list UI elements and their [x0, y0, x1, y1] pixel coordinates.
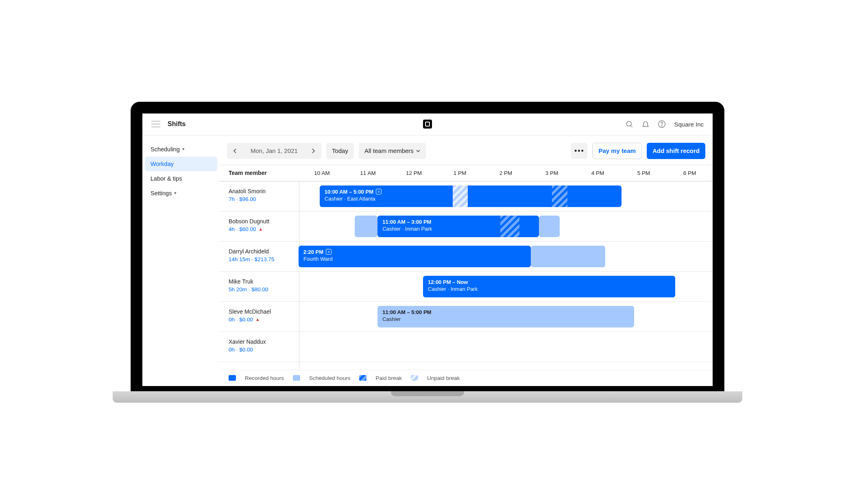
shift-time: 12:00 PM – Now	[428, 279, 468, 285]
app-title: Shifts	[168, 120, 185, 128]
team-member-cell[interactable]: Xavier Naddux0h · $0.00	[220, 332, 299, 362]
paid-break-segment	[500, 216, 520, 237]
team-member-cell[interactable]: Darryl Archideld14h 15m · $213.75	[220, 242, 299, 271]
sidebar-item-label: Scheduling	[150, 146, 180, 153]
shift-time: 10:00 AM – 5:00 PM	[325, 189, 373, 195]
member-summary: 5h 20m · $80.00	[229, 286, 297, 292]
shift-time: 2:20 PM	[303, 249, 323, 255]
legend-unpaid: Unpaid break	[427, 375, 460, 381]
hour-label: 12 PM	[391, 170, 437, 176]
more-menu-button[interactable]: •••	[571, 143, 587, 159]
unpaid-break-segment	[453, 185, 468, 207]
member-name: Xavier Naddux	[229, 338, 297, 345]
date-label[interactable]: Mon, Jan 1, 2021	[243, 143, 305, 159]
pay-team-button[interactable]: Pay my team	[592, 143, 642, 159]
shift-block[interactable]: 11:00 AM – 5:00 PMCashier	[377, 306, 634, 327]
sidebar-item-settings[interactable]: Settings▾	[142, 186, 220, 201]
hour-label: 1 PM	[437, 170, 483, 176]
app-header: Shifts Square Inc	[142, 113, 713, 135]
member-name: Mike Truk	[229, 278, 297, 285]
schedule-row: Anatoli Smorin7h · $96.0010:00 AM – 5:00…	[220, 181, 713, 212]
timeline-lane: 2:20 PM≡Fourth Ward	[299, 242, 713, 271]
team-member-cell[interactable]: Mike Truk5h 20m · $80.00	[220, 272, 299, 301]
schedule-row: Mike Truk5h 20m · $80.0012:00 PM – NowCa…	[220, 272, 713, 302]
svg-point-0	[627, 121, 632, 126]
prev-day-button[interactable]	[227, 143, 243, 159]
help-icon[interactable]	[658, 120, 666, 128]
schedule-row: Bobson Dugnutt4h · $60.00▲11:00 AM – 3:0…	[220, 212, 713, 242]
chevron-down-icon: ▾	[182, 146, 185, 152]
legend-paid: Paid break	[375, 375, 402, 381]
timeline-lane: 11:00 AM – 3:00 PMCashier · Inman Park	[299, 212, 713, 241]
note-icon: ≡	[326, 249, 332, 255]
hour-label: 10 AM	[299, 170, 345, 176]
legend-recorded: Recorded hours	[245, 375, 284, 381]
legend-swatch-unpaid	[411, 375, 418, 381]
hour-label: 5 PM	[621, 170, 667, 176]
chevron-down-icon	[416, 149, 420, 153]
content-area: Mon, Jan 1, 2021 Today All team members …	[220, 135, 713, 386]
menu-icon[interactable]	[151, 120, 160, 129]
org-name[interactable]: Square Inc	[674, 121, 704, 128]
legend-swatch-scheduled	[293, 375, 300, 381]
shift-block[interactable]: 11:00 AM – 3:00 PMCashier · Inman Park	[377, 216, 539, 237]
svg-point-3	[662, 126, 662, 126]
toolbar: Mon, Jan 1, 2021 Today All team members …	[220, 135, 713, 165]
square-logo-icon	[423, 120, 432, 129]
svg-line-1	[631, 126, 633, 127]
schedule-row: Darryl Archideld14h 15m · $213.752:20 PM…	[220, 242, 713, 272]
team-filter-dropdown[interactable]: All team members	[359, 143, 426, 159]
sidebar-item-label: Settings	[150, 190, 172, 196]
today-button[interactable]: Today	[326, 143, 354, 159]
schedule-grid: Team member 10 AM11 AM12 PM1 PM2 PM3 PM4…	[220, 165, 713, 386]
legend-swatch-recorded	[229, 375, 236, 381]
legend: Recorded hours Scheduled hours Paid brea…	[220, 370, 713, 386]
shift-block[interactable]: 10:00 AM – 5:00 PM≡Cashier · East Atlant…	[320, 185, 622, 207]
shift-subtitle: Cashier · Inman Park	[428, 286, 670, 292]
chevron-down-icon: ▾	[174, 190, 177, 196]
shift-block[interactable]	[531, 246, 605, 267]
hour-label: 6 PM	[667, 170, 713, 176]
sidebar-item-scheduling[interactable]: Scheduling▾	[142, 142, 220, 157]
member-summary: 7h · $96.00	[229, 196, 297, 202]
sidebar: Scheduling▾WorkdayLabor & tipsSettings▾	[142, 135, 220, 386]
shift-time: 11:00 AM – 5:00 PM	[382, 309, 431, 315]
hour-label: 3 PM	[529, 170, 575, 176]
team-member-cell[interactable]: Anatoli Smorin7h · $96.00	[220, 181, 299, 211]
member-summary: 4h · $60.00▲	[229, 226, 297, 232]
note-icon: ≡	[376, 189, 382, 194]
column-header-name: Team member	[220, 170, 299, 176]
timeline-lane	[299, 332, 713, 362]
search-icon[interactable]	[625, 120, 633, 128]
team-member-cell[interactable]: Sleve McDichael0h · $0.00▲	[220, 302, 299, 332]
timeline-lane: 12:00 PM – NowCashier · Inman Park	[299, 272, 713, 301]
sidebar-item-label: Workday	[150, 161, 174, 167]
schedule-row: Xavier Naddux0h · $0.00	[220, 332, 713, 362]
member-summary: 0h · $0.00	[229, 347, 297, 353]
shift-block[interactable]: 12:00 PM – NowCashier · Inman Park	[423, 276, 675, 297]
hour-label: 2 PM	[483, 170, 529, 176]
legend-scheduled: Scheduled hours	[309, 375, 350, 381]
shift-block[interactable]	[539, 216, 560, 237]
shift-subtitle: Cashier · East Atlanta	[325, 196, 617, 202]
bell-icon[interactable]	[641, 120, 650, 128]
sidebar-item-labor-tips[interactable]: Labor & tips	[142, 171, 220, 186]
legend-swatch-paid	[359, 375, 366, 381]
add-shift-button[interactable]: Add shift record	[647, 143, 705, 159]
warning-icon: ▲	[259, 227, 263, 231]
sidebar-item-workday[interactable]: Workday	[145, 157, 217, 171]
member-name: Anatoli Smorin	[229, 188, 297, 194]
paid-break-segment	[552, 185, 567, 207]
member-name: Sleve McDichael	[229, 308, 297, 315]
member-summary: 0h · $0.00▲	[229, 316, 297, 323]
hour-label: 4 PM	[575, 170, 621, 176]
hour-label: 11 AM	[345, 170, 391, 176]
sidebar-item-label: Labor & tips	[150, 175, 182, 182]
next-day-button[interactable]	[305, 143, 321, 159]
shift-block[interactable]	[355, 216, 377, 237]
team-member-cell[interactable]: Bobson Dugnutt4h · $60.00▲	[220, 212, 299, 241]
team-filter-label: All team members	[364, 147, 414, 154]
shift-subtitle: Cashier	[382, 316, 629, 322]
member-summary: 14h 15m · $213.75	[229, 256, 297, 262]
shift-block[interactable]: 2:20 PM≡Fourth Ward	[299, 246, 531, 267]
